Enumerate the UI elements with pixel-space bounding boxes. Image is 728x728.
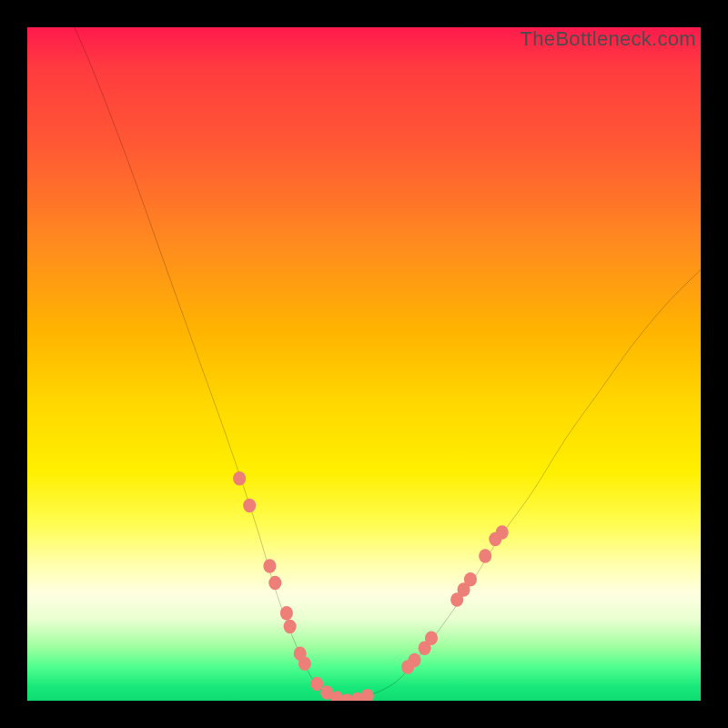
highlight-dot [496,525,509,540]
highlight-dot [268,576,281,591]
highlight-dots [233,471,509,701]
highlight-dot [310,677,323,692]
highlight-dot [425,631,438,645]
highlight-dot [243,499,256,513]
bottleneck-curve [75,27,701,701]
highlight-dot [298,657,311,672]
highlight-dot [284,620,297,634]
watermark-text: TheBottleneck.com [521,27,696,51]
highlight-dot [361,689,374,701]
curve-layer [27,27,701,701]
highlight-dot [479,549,491,563]
plot-area [27,27,701,701]
highlight-dot [408,653,420,668]
highlight-dot [464,572,477,587]
highlight-dot [233,471,246,486]
chart-frame: TheBottleneck.com [0,0,728,728]
highlight-dot [280,606,293,621]
highlight-dot [263,559,276,573]
